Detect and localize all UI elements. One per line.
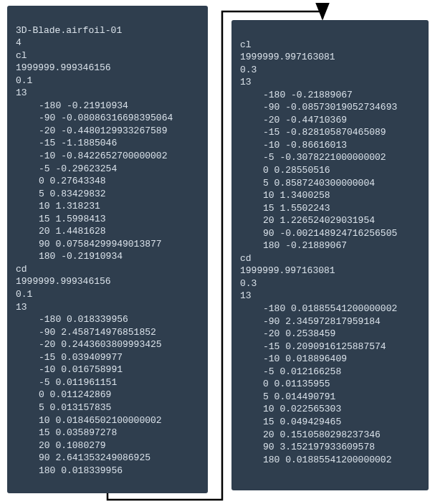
cl-row: 15 1.5998413: [16, 213, 199, 226]
cd-row: -180 0.018339956: [16, 313, 199, 326]
cl-row: 0 0.27643348: [16, 175, 199, 188]
cd-ratio: 0.3: [240, 278, 257, 289]
cl-row: 90 -0.002148924716256505: [240, 227, 420, 240]
cd-row: -10 0.016758991: [16, 363, 199, 376]
cl-row: 15 1.5502243: [240, 202, 420, 215]
cd-row: -10 0.018896409: [240, 353, 420, 366]
cl-row: -20 -0.4480129933267589: [16, 125, 199, 138]
left-code-panel: 3D-Blade.airfoil-01 4 cl 1999999.9993461…: [7, 6, 208, 493]
cl-row: 5 0.8587240300000004: [240, 177, 420, 190]
cd-row: 90 2.641353249086925: [16, 452, 199, 465]
right-code-panel: cl 1999999.997163081 0.3 13 -180 -0.2188…: [231, 20, 429, 490]
cl-row: 5 0.83429832: [16, 188, 199, 201]
cd-row: -15 0.039409977: [16, 351, 199, 364]
cd-big: 1999999.999346156: [16, 276, 111, 287]
cl-row: 90 0.07584299949013877: [16, 238, 199, 251]
cl-label: cl: [16, 50, 27, 61]
cl-row: 20 1.4481628: [16, 225, 199, 238]
cl-n: 13: [16, 87, 27, 98]
cd-label: cd: [240, 253, 252, 264]
cd-row: -90 2.345972817959184: [240, 315, 420, 328]
cl-row: -90 -0.08573019052734693: [240, 101, 420, 114]
airfoil-title: 3D-Blade.airfoil-01: [16, 25, 122, 36]
cl-row: 0 0.28550516: [240, 164, 420, 177]
cl-row: -10 -0.8422652700000002: [16, 150, 199, 163]
cd-row: 10 0.01846502100000002: [16, 414, 199, 427]
airfoil-count: 4: [16, 37, 22, 48]
cd-row: 90 3.152197933609578: [240, 441, 420, 454]
cl-row: 10 1.318231: [16, 200, 199, 213]
cd-row: 15 0.049429465: [240, 416, 420, 429]
cd-big: 1999999.997163081: [240, 265, 335, 276]
cd-row: 180 0.01885541200000002: [240, 454, 420, 467]
cl-big: 1999999.997163081: [240, 52, 335, 62]
cd-row: 0 0.011242869: [16, 389, 199, 401]
cd-label: cd: [16, 264, 27, 275]
cd-row: 15 0.035897278: [16, 427, 199, 439]
cl-row: 180 -0.21889067: [240, 239, 420, 252]
cl-label: cl: [240, 39, 252, 50]
cl-row: 180 -0.21910934: [16, 250, 199, 263]
cl-ratio: 0.3: [240, 65, 257, 75]
cd-row: 20 0.1510580298237346: [240, 429, 420, 442]
cd-row: 10 0.022565303: [240, 403, 420, 416]
cl-row: -15 -0.828105870465089: [240, 126, 420, 139]
cd-row: -15 0.2090916125887574: [240, 341, 420, 353]
cd-row: 0 0.01135955: [240, 378, 420, 391]
cd-row: -20 0.2538459: [240, 328, 420, 341]
cl-row: -20 -0.44710369: [240, 114, 420, 127]
cl-row: -180 -0.21910934: [16, 100, 199, 113]
cl-row: -15 -1.1885046: [16, 137, 199, 150]
cd-row: -5 0.012166258: [240, 366, 420, 379]
cd-row: -180 0.01885541200000002: [240, 303, 420, 315]
cl-big: 1999999.999346156: [16, 62, 111, 73]
cl-row: -5 -0.29623254: [16, 163, 199, 176]
cd-row: -20 0.2443603809993425: [16, 338, 199, 351]
cl-row: -5 -0.3078221000000002: [240, 151, 420, 164]
cd-n: 13: [16, 302, 27, 313]
cd-row: 5 0.014490791: [240, 391, 420, 404]
cl-n: 13: [240, 77, 252, 87]
cd-row: 20 0.1080279: [16, 439, 199, 452]
cd-row: -5 0.011961151: [16, 376, 199, 389]
cl-row: -90 -0.08086316698395064: [16, 112, 199, 125]
cl-row: 20 1.226524029031954: [240, 214, 420, 227]
cl-ratio: 0.1: [16, 75, 32, 86]
cl-row: -10 -0.86616013: [240, 139, 420, 152]
cd-n: 13: [240, 290, 252, 301]
cl-row: -180 -0.21889067: [240, 89, 420, 102]
cd-row: 5 0.013157835: [16, 401, 199, 414]
cl-row: 10 1.3400258: [240, 189, 420, 202]
cd-row: 180 0.018339956: [16, 465, 199, 477]
cd-row: -90 2.458714976851852: [16, 326, 199, 339]
cd-ratio: 0.1: [16, 289, 32, 300]
